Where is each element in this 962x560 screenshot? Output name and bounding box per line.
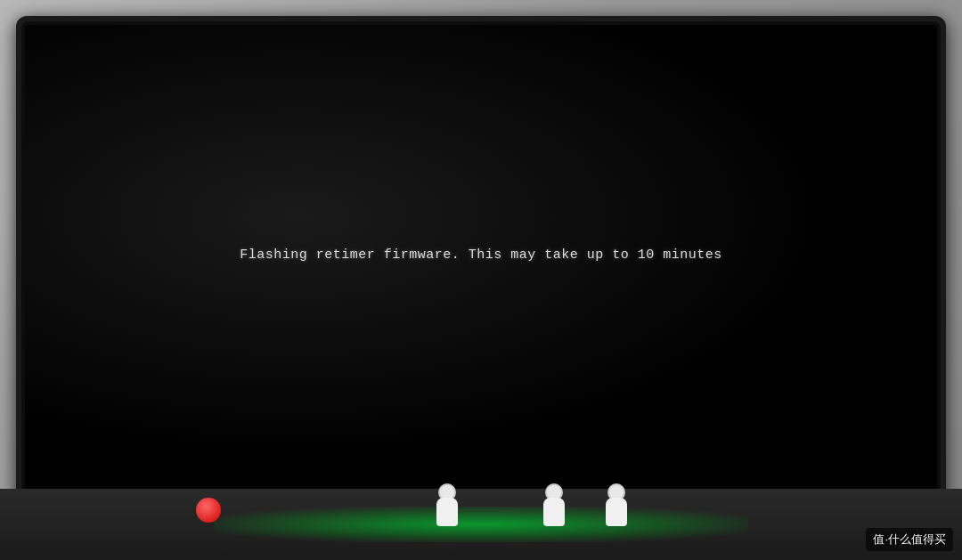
astronaut-figure-right1 bbox=[543, 498, 565, 526]
astronaut-body bbox=[543, 498, 565, 526]
astronaut-body bbox=[436, 498, 458, 526]
firmware-flash-message: Flashing retimer firmware. This may take… bbox=[240, 248, 722, 263]
desk-surface bbox=[0, 489, 962, 560]
astronaut-figure-right2 bbox=[606, 498, 627, 526]
monitor-bezel: Flashing retimer firmware. This may take… bbox=[21, 21, 941, 506]
scene: Flashing retimer firmware. This may take… bbox=[0, 0, 962, 560]
red-ball-decoration bbox=[196, 498, 221, 523]
watermark-badge: 值·什么值得买 bbox=[866, 528, 953, 551]
astronaut-body bbox=[606, 498, 627, 526]
desk-green-glow bbox=[214, 507, 748, 542]
monitor-frame: Flashing retimer firmware. This may take… bbox=[16, 16, 946, 511]
monitor-screen: Flashing retimer firmware. This may take… bbox=[25, 25, 937, 502]
astronaut-figure-center bbox=[436, 498, 458, 526]
